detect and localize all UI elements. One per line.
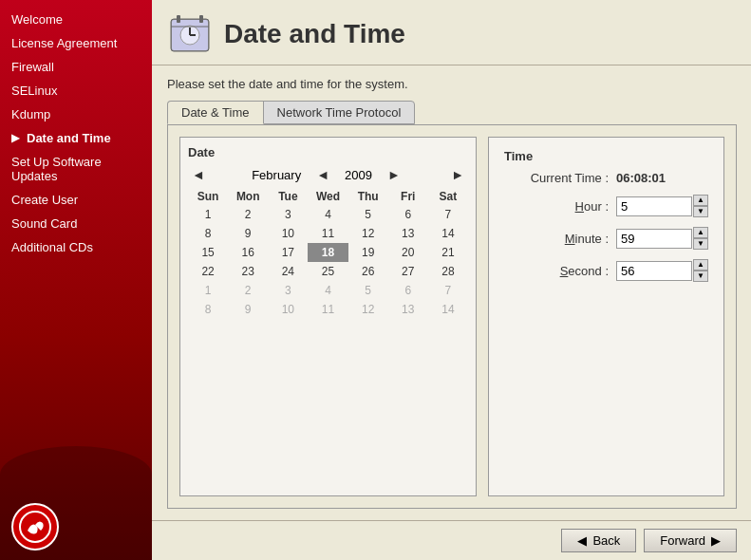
- hour-down-button[interactable]: ▼: [693, 206, 708, 217]
- svg-rect-7: [199, 15, 203, 23]
- sidebar-item-create-user[interactable]: Create User: [0, 188, 152, 212]
- sidebar-item-label: License Agreement: [11, 36, 117, 50]
- calendar-day[interactable]: 11: [308, 224, 347, 243]
- hour-up-button[interactable]: ▲: [693, 195, 708, 206]
- calendar-day[interactable]: 16: [228, 243, 268, 262]
- hour-label: Hour :: [504, 199, 609, 214]
- calendar-day[interactable]: 15: [188, 243, 228, 262]
- sidebar-item-firewall[interactable]: Firewall: [0, 55, 152, 79]
- hour-input[interactable]: [616, 196, 692, 216]
- calendar-grid: Sun Mon Tue Wed Thu Fri Sat 123456789101…: [188, 188, 468, 319]
- hour-input-wrap: ▲ ▼: [616, 195, 708, 217]
- calendar-day[interactable]: 14: [428, 224, 468, 243]
- second-down-button[interactable]: ▼: [693, 271, 708, 282]
- second-row: Second : ▲ ▼: [504, 259, 708, 282]
- calendar-day[interactable]: 9: [228, 224, 268, 243]
- tab-ntp[interactable]: Network Time Protocol: [263, 101, 416, 124]
- next-month-button[interactable]: ►: [447, 167, 468, 182]
- weekday-mon: Mon: [228, 188, 268, 205]
- calendar-day[interactable]: 19: [348, 243, 388, 262]
- sidebar-item-label: Set Up Software Updates: [11, 155, 141, 183]
- calendar-day: 10: [268, 300, 308, 319]
- second-label: Second :: [504, 264, 609, 278]
- sidebar-item-label: Date and Time: [27, 131, 111, 145]
- calendar-day[interactable]: 28: [428, 262, 468, 281]
- minute-input-wrap: ▲ ▼: [616, 227, 708, 250]
- current-arrow-icon: ▶: [11, 132, 19, 144]
- calendar-day[interactable]: 27: [388, 262, 428, 281]
- sidebar-item-label: Additional CDs: [11, 240, 93, 254]
- calendar-day[interactable]: 21: [428, 243, 468, 262]
- calendar-day: 3: [268, 281, 308, 300]
- calendar-month: February: [252, 168, 301, 182]
- calendar-day[interactable]: 26: [348, 262, 388, 281]
- sidebar-item-sound-card[interactable]: Sound Card: [0, 212, 152, 235]
- calendar-day[interactable]: 20: [388, 243, 428, 262]
- hour-row: Hour : ▲ ▼: [504, 195, 708, 217]
- current-time-value: 06:08:01: [616, 171, 666, 185]
- calendar-day[interactable]: 25: [308, 262, 347, 281]
- prev-month-button[interactable]: ◄: [188, 167, 209, 182]
- calendar-day: 8: [188, 300, 228, 319]
- second-up-button[interactable]: ▲: [693, 259, 708, 271]
- calendar-day[interactable]: 6: [388, 205, 428, 224]
- calendar-day: 9: [228, 300, 268, 319]
- calendar-year: 2009: [345, 168, 372, 182]
- minute-down-button[interactable]: ▼: [693, 238, 708, 250]
- sidebar-item-label: SELinux: [11, 84, 57, 98]
- time-section-title: Time: [504, 149, 708, 163]
- sidebar-item-software-updates[interactable]: Set Up Software Updates: [0, 150, 152, 188]
- sidebar-item-label: Welcome: [11, 12, 63, 27]
- sidebar-item-selinux[interactable]: SELinux: [0, 79, 152, 103]
- calendar-day[interactable]: 22: [188, 262, 228, 281]
- weekday-sun: Sun: [188, 188, 228, 205]
- redhat-logo: [11, 503, 59, 551]
- footer: ◀ Back Forward ▶: [152, 520, 751, 560]
- calendar-day[interactable]: 1: [188, 205, 228, 224]
- page-description: Please set the date and time for the sys…: [167, 77, 737, 91]
- date-section: Date ◄ February ◄ 2009 ► ►: [179, 137, 477, 496]
- tab-bar: Date & Time Network Time Protocol: [167, 101, 737, 124]
- back-button[interactable]: ◀ Back: [561, 529, 636, 552]
- weekday-thu: Thu: [348, 188, 388, 205]
- tab-date-time[interactable]: Date & Time: [167, 101, 264, 124]
- calendar-day[interactable]: 10: [268, 224, 308, 243]
- sidebar-item-label: Kdump: [11, 107, 50, 121]
- main-content: Date and Time Please set the date and ti…: [152, 0, 751, 560]
- sidebar-item-date-time[interactable]: ▶ Date and Time: [0, 126, 152, 150]
- calendar-day[interactable]: 23: [228, 262, 268, 281]
- prev-year-button[interactable]: ◄: [312, 167, 333, 182]
- next-year-button[interactable]: ►: [384, 167, 404, 182]
- sidebar-item-license[interactable]: License Agreement: [0, 31, 152, 55]
- sidebar-item-kdump[interactable]: Kdump: [0, 103, 152, 126]
- forward-label: Forward: [660, 533, 705, 548]
- date-section-title: Date: [188, 145, 468, 159]
- forward-icon: ▶: [711, 533, 721, 548]
- calendar-day[interactable]: 3: [268, 205, 308, 224]
- tab-panel: Date ◄ February ◄ 2009 ► ►: [167, 124, 737, 509]
- page-header: Date and Time: [152, 0, 751, 65]
- calendar-day: 1: [188, 281, 228, 300]
- sidebar-item-welcome[interactable]: Welcome: [0, 8, 152, 31]
- forward-button[interactable]: Forward ▶: [644, 529, 737, 552]
- back-icon: ◀: [577, 533, 587, 548]
- minute-up-button[interactable]: ▲: [693, 227, 708, 238]
- back-label: Back: [592, 533, 620, 548]
- calendar-day[interactable]: 8: [188, 224, 228, 243]
- calendar-month-year: February ◄ 2009 ►: [252, 167, 404, 182]
- sidebar-item-additional-cds[interactable]: Additional CDs: [0, 235, 152, 259]
- sidebar-item-label: Create User: [11, 193, 78, 207]
- calendar-day[interactable]: 13: [388, 224, 428, 243]
- minute-input[interactable]: [616, 229, 692, 249]
- weekday-tue: Tue: [268, 188, 308, 205]
- calendar-day[interactable]: 17: [268, 243, 308, 262]
- calendar-day: 14: [428, 300, 468, 319]
- calendar-day: 11: [308, 300, 347, 319]
- calendar-day[interactable]: 4: [308, 205, 347, 224]
- calendar-day[interactable]: 5: [348, 205, 388, 224]
- calendar-day[interactable]: 2: [228, 205, 268, 224]
- calendar-day[interactable]: 24: [268, 262, 308, 281]
- calendar-day[interactable]: 7: [428, 205, 468, 224]
- second-input[interactable]: [616, 261, 692, 281]
- calendar-day[interactable]: 12: [348, 224, 388, 243]
